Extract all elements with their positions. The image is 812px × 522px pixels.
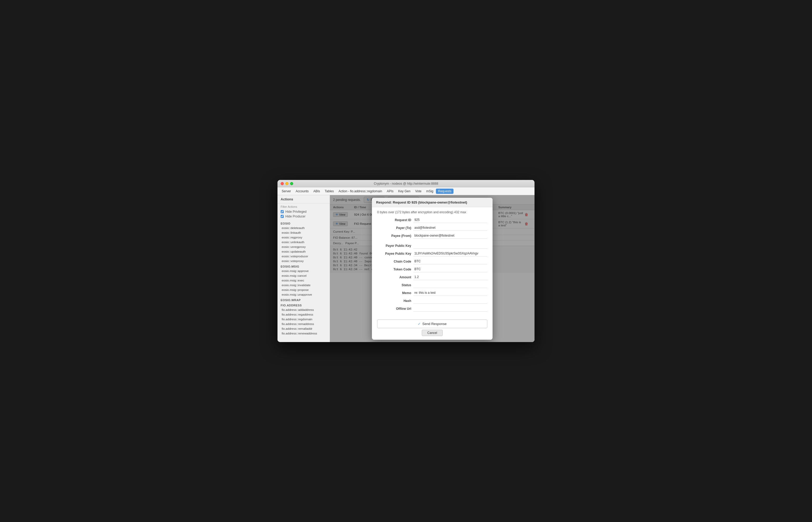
field-status: Status [377,282,487,288]
amount-input[interactable] [413,274,487,280]
sidebar-item-msig-approve[interactable]: eosio.msig::approve [278,268,330,273]
close-button[interactable] [281,182,284,185]
field-payee: Payee (From) [377,233,487,239]
sidebar-item-renewaddress[interactable]: fio.address::renewaddress [278,331,330,336]
window-title: Cryptonym - nodeos @ http://wintermute:8… [374,182,438,185]
sidebar-item-updateauth[interactable]: eosio::updateauth [278,249,330,254]
sidebar-item-voteproducer[interactable]: eosio::voteproducer [278,254,330,259]
modal-body: 0 bytes over (172 bytes after encryption… [372,207,492,317]
hash-input[interactable] [413,298,487,304]
request-id-input[interactable] [413,217,487,223]
traffic-lights [281,182,293,185]
modal-title: Respond: Request ID 925 (blockpane-owner… [372,198,492,207]
section-eosio: EOSIO [278,220,330,226]
sidebar-item-unlinkauth[interactable]: eosio::unlinkauth [278,240,330,244]
menu-action-fio[interactable]: Action - fio.address::regdomain [337,188,384,194]
respond-modal: Respond: Request ID 925 (blockpane-owner… [372,198,492,340]
sidebar: Actions Filter Actions Hide Privileged H… [278,195,330,342]
menu-tables[interactable]: Tables [323,188,336,194]
memo-input[interactable] [413,290,487,296]
hide-privileged-checkbox[interactable]: Hide Privileged [281,209,327,214]
chain-code-input[interactable] [413,259,487,264]
sidebar-item-msig-exec[interactable]: eosio.msig::exec [278,278,330,283]
field-payee-pubkey: Payee Public Key [377,251,487,257]
menu-requests[interactable]: Requests [436,188,453,194]
menu-keygen[interactable]: Key Gen [396,188,412,194]
sidebar-item-remalladdr[interactable]: fio.address::remalladdr [278,326,330,331]
memo-label: Memo [377,291,411,295]
hide-producer-input[interactable] [281,215,284,218]
sidebar-item-msig-unapprove[interactable]: eosio.msig::unapprove [278,292,330,297]
sidebar-item-regdomain[interactable]: fio.address::regdomain [278,317,330,322]
field-token-code: Token Code [377,266,487,272]
minimize-button[interactable] [285,182,288,185]
sidebar-item-unregproxy[interactable]: eosio::unregproxy [278,244,330,249]
sidebar-item-regaddress[interactable]: fio.address::regaddress [278,312,330,317]
field-hash: Hash [377,298,487,304]
menu-server[interactable]: Server [280,188,293,194]
chain-code-label: Chain Code [377,260,411,263]
payer-pubkey-label: Payer Public Key [377,244,411,248]
token-code-input[interactable] [413,266,487,272]
offline-url-input[interactable] [413,306,487,312]
sidebar-item-regproxy[interactable]: eosio::regproxy [278,235,330,240]
section-eosio-wrap: EOSIO.WRAP [278,297,330,302]
byte-info: 0 bytes over (172 bytes after encryption… [377,210,487,214]
modal-overlay: Respond: Request ID 925 (blockpane-owner… [330,195,534,342]
field-payer: Payer (To) [377,225,487,231]
modal-footer: ✓ Send Response Cancel [372,317,492,340]
payee-input[interactable] [413,233,487,239]
payee-pubkey-input[interactable] [413,251,487,257]
hide-privileged-label: Hide Privileged [285,210,307,214]
menu-accounts[interactable]: Accounts [293,188,310,194]
hash-label: Hash [377,299,411,303]
status-label: Status [377,283,411,287]
sidebar-item-voteproxy[interactable]: eosio::voteproxy [278,259,330,263]
field-chain-code: Chain Code [377,259,487,264]
menu-apis[interactable]: APIs [385,188,395,194]
hide-producer-label: Hide Producer [285,215,306,218]
menu-abis[interactable]: ABIs [311,188,322,194]
token-code-label: Token Code [377,267,411,271]
field-amount: Amount [377,274,487,280]
main-area: 2 pending requests. ↻ Refresh ✎ Request … [330,195,534,342]
payer-input[interactable] [413,225,487,231]
sidebar-item-msig-invalidate[interactable]: eosio.msig::invalidate [278,283,330,287]
payee-label: Payee (From) [377,234,411,238]
field-memo: Memo [377,290,487,296]
main-content: Actions Filter Actions Hide Privileged H… [278,195,534,342]
section-eosio-msig: EOSIO.MSIG [278,263,330,268]
sidebar-item-linkauth[interactable]: eosio::linkauth [278,230,330,235]
maximize-button[interactable] [290,182,293,185]
sidebar-item-deleteauth[interactable]: eosio::deleteauth [278,226,330,230]
sidebar-item-remaddress[interactable]: fio.address::remaddress [278,322,330,326]
filter-label: Filter Actions [281,205,327,208]
payee-pubkey-label: Payee Public Key [377,252,411,256]
payer-pubkey-input[interactable] [413,243,487,249]
sidebar-item-msig-propose[interactable]: eosio.msig::propose [278,287,330,292]
status-input[interactable] [413,282,487,288]
menu-vote[interactable]: Vote [413,188,424,194]
hide-producer-checkbox[interactable]: Hide Producer [281,214,327,219]
filter-section: Filter Actions Hide Privileged Hide Prod… [278,204,330,220]
field-payer-pubkey: Payer Public Key [377,243,487,249]
field-offline-url: Offline Url [377,306,487,312]
send-response-button[interactable]: ✓ Send Response [377,320,487,328]
hide-privileged-input[interactable] [281,210,284,213]
request-id-label: Request ID [377,218,411,222]
titlebar: Cryptonym - nodeos @ http://wintermute:8… [278,180,534,187]
menu-msig[interactable]: mSig [424,188,435,194]
payer-label: Payer (To) [377,226,411,230]
offline-url-label: Offline Url [377,307,411,310]
sidebar-item-addaddress[interactable]: fio.address::addaddress [278,307,330,312]
field-request-id: Request ID [377,217,487,223]
sidebar-item-msig-cancel[interactable]: eosio.msig::cancel [278,273,330,278]
app-window: Cryptonym - nodeos @ http://wintermute:8… [278,180,534,342]
send-label: Send Response [422,322,447,326]
menubar: Server Accounts ABIs Tables Action - fio… [278,187,534,195]
cancel-button[interactable]: Cancel [422,330,443,336]
amount-label: Amount [377,276,411,279]
sidebar-header: Actions [278,195,330,204]
check-icon: ✓ [418,322,421,326]
section-fio-address: FIO.ADDRESS [278,302,330,307]
